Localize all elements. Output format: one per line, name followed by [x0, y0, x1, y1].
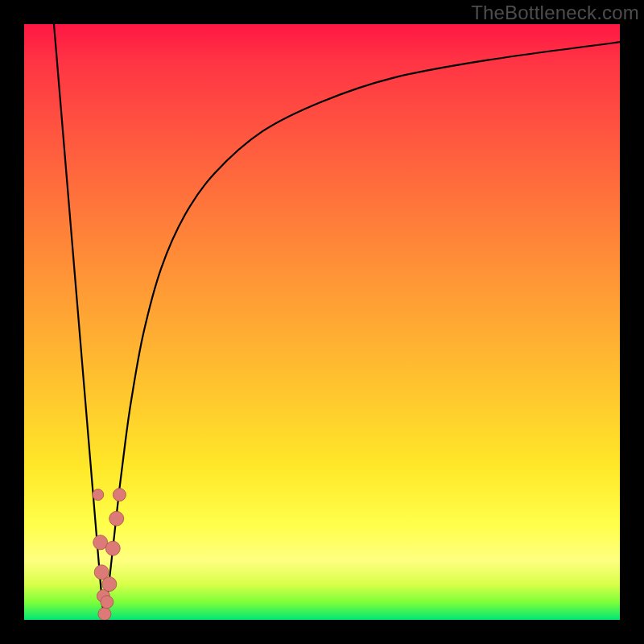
marker-dot [113, 489, 126, 502]
marker-dot [102, 577, 117, 592]
curve-right-branch [105, 42, 620, 620]
curve-overlay [24, 24, 620, 620]
outer-frame: TheBottleneck.com [0, 0, 644, 644]
curve-left-branch [54, 24, 105, 620]
marker-dot [105, 541, 120, 555]
marker-dot [98, 608, 111, 620]
watermark-text: TheBottleneck.com [471, 2, 639, 24]
marker-dot [93, 489, 104, 501]
marker-dot [109, 511, 124, 526]
plot-area [24, 24, 620, 620]
marker-dot [101, 596, 114, 609]
